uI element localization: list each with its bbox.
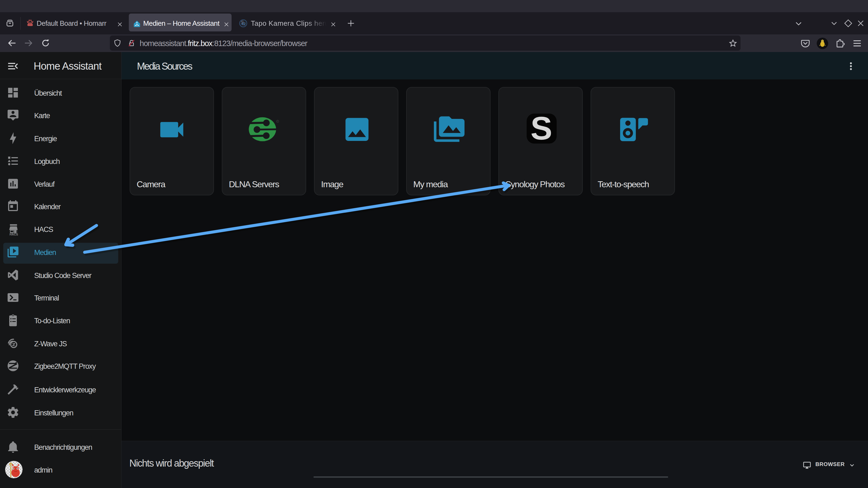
svg-text:42: 42 <box>241 22 246 26</box>
